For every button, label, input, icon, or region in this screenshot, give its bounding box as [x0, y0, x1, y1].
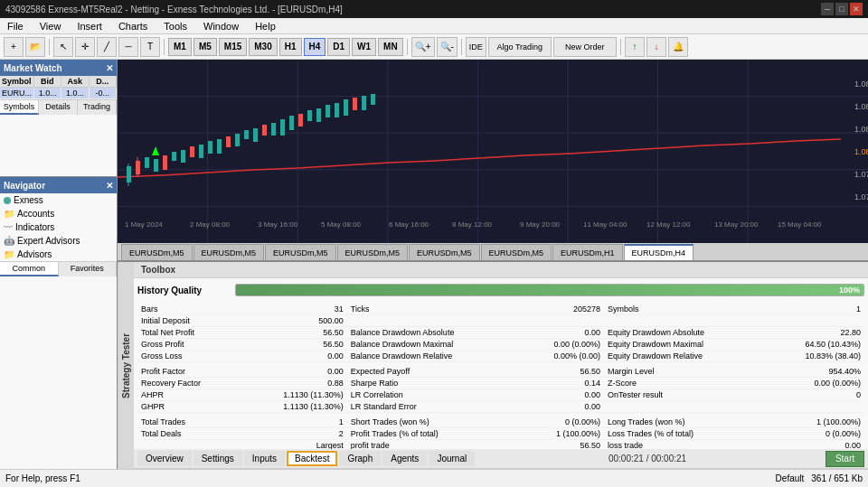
net-profit-label: Total Net Profit [137, 327, 242, 339]
svg-text:1.07760: 1.07760 [854, 192, 868, 201]
notifications-btn[interactable]: 🔔 [668, 37, 688, 57]
crosshair-btn[interactable]: ✛ [75, 37, 95, 57]
period-h1[interactable]: H1 [279, 38, 302, 56]
st-tab-journal[interactable]: Journal [429, 451, 475, 466]
period-m15[interactable]: M15 [219, 38, 247, 56]
ticks-label: Ticks [347, 304, 520, 315]
algo-btn[interactable]: Algo Trading [488, 37, 552, 57]
zoom-out-btn[interactable]: 🔍- [437, 37, 458, 57]
cursor-btn[interactable]: ↖ [53, 37, 73, 57]
period-m1[interactable]: M1 [168, 38, 192, 56]
line-btn[interactable]: ╱ [97, 37, 117, 57]
st-start-button[interactable]: Start [826, 451, 864, 467]
navigator-close[interactable]: ✕ [106, 181, 113, 191]
st-tab-overview[interactable]: Overview [137, 451, 192, 466]
chart-tab-5[interactable]: EURUSDm,M5 [409, 244, 480, 260]
lost-label: Loss Trades (% of total) [604, 428, 767, 440]
nav-item-expert-advisors[interactable]: 🤖 Expert Advisors [0, 234, 117, 248]
strategy-tester-label[interactable]: Strategy Tester [118, 262, 134, 469]
chart-tab-h1[interactable]: EURUSDm,H1 [552, 244, 623, 260]
mw-tab-symbols[interactable]: Symbols [0, 100, 39, 115]
close-button[interactable]: ✕ [850, 3, 863, 15]
nav-item-exness[interactable]: Exness [0, 193, 117, 207]
market-watch-panel: Market Watch ✕ Symbol Bid Ask D... EURU.… [0, 60, 117, 177]
svg-text:15 May 04:00: 15 May 04:00 [778, 220, 822, 229]
svg-rect-36 [271, 123, 276, 136]
svg-rect-27 [190, 146, 194, 157]
nav-tabs: Common Favorites [0, 261, 117, 276]
bars-label: Bars [137, 304, 242, 315]
lost-value: 0 (0.00%) [766, 428, 864, 440]
nav-item-indicators[interactable]: 〰 Indicators [0, 220, 117, 234]
open-btn[interactable]: 📂 [25, 37, 45, 57]
period-m5[interactable]: M5 [193, 38, 217, 56]
rf-value: 0.88 [242, 378, 347, 389]
mw-bid: 1.0... [34, 88, 61, 98]
minimize-button[interactable]: ─ [821, 3, 834, 15]
text-btn[interactable]: T [140, 37, 160, 57]
nav-label-exness: Exness [14, 195, 43, 205]
toolbox-header: Toolbox [134, 262, 868, 278]
nav-tab-common[interactable]: Common [0, 262, 59, 276]
mw-row-eurusd[interactable]: EURU... 1.0... 1.0... -0... [0, 88, 117, 99]
llt-value: 0.00 [766, 440, 864, 450]
maximize-button[interactable]: □ [835, 3, 848, 15]
chart-tab-4[interactable]: EURUSDm,M5 [337, 244, 409, 260]
period-m30[interactable]: M30 [249, 38, 277, 56]
buy-btn[interactable]: ↑ [625, 37, 645, 57]
navigator-title: Navigator ✕ [0, 177, 117, 193]
st-tab-graph[interactable]: Graph [339, 451, 381, 466]
menu-window[interactable]: Window [200, 21, 242, 32]
new-btn[interactable]: + [4, 37, 24, 57]
bottom-content: Strategy Tester Toolbox History Quality [118, 262, 868, 469]
st-tab-backtest[interactable]: Backtest [287, 451, 337, 466]
ed-max-value: 64.50 (10.43%) [766, 339, 864, 351]
sr-value: 0.14 [520, 378, 604, 389]
new-order-btn[interactable]: New Order [553, 37, 617, 57]
svg-rect-32 [235, 134, 240, 146]
nav-tab-favorites[interactable]: Favorites [59, 262, 118, 276]
history-quality-row: History Quality 100% [137, 282, 864, 298]
menu-help[interactable]: Help [251, 21, 279, 32]
deposit-value: 500.00 [242, 315, 347, 327]
menu-file[interactable]: File [4, 21, 27, 32]
market-watch-close[interactable]: ✕ [106, 63, 113, 73]
period-w1[interactable]: W1 [352, 38, 376, 56]
llt-label: loss trade [604, 440, 767, 450]
menu-tools[interactable]: Tools [160, 21, 191, 32]
svg-rect-31 [226, 136, 231, 147]
symbols-value: 1 [766, 304, 864, 315]
menu-view[interactable]: View [36, 21, 65, 32]
chart-tab-3[interactable]: EURUSDm,M5 [265, 244, 336, 260]
menu-insert[interactable]: Insert [73, 21, 106, 32]
chart-tab-h4[interactable]: EURUSDm,H4 [624, 244, 694, 260]
svg-rect-40 [307, 110, 312, 121]
ahpr-label: AHPR [137, 389, 242, 401]
hq-bar: 100% [236, 285, 863, 295]
nav-item-advisors[interactable]: 📁 Advisors [0, 248, 117, 261]
period-mn[interactable]: MN [378, 38, 403, 56]
chart-tab-6[interactable]: EURUSDm,M5 [481, 244, 552, 260]
st-tab-agents[interactable]: Agents [382, 451, 427, 466]
st-tab-settings[interactable]: Settings [193, 451, 242, 466]
chart-tab-2[interactable]: EURUSDm,M5 [193, 244, 265, 260]
st-tab-inputs[interactable]: Inputs [244, 451, 285, 466]
sell-btn[interactable]: ↓ [646, 37, 666, 57]
largest-label: Largest [242, 440, 347, 450]
ed-abs-label: Equity Drawdown Absolute [604, 327, 767, 339]
zoom-in-btn[interactable]: 🔍+ [411, 37, 435, 57]
chart-tab-1[interactable]: EURUSDm,M5 [121, 244, 193, 260]
chart-area[interactable]: EURUSDm, H4: Turn v/t: US Dollar 1.08247… [118, 60, 868, 243]
ide-btn[interactable]: IDE [466, 37, 486, 57]
mw-tab-trading[interactable]: Trading [78, 100, 117, 115]
mw-tab-details[interactable]: Details [39, 100, 78, 115]
menu-charts[interactable]: Charts [115, 21, 151, 32]
sep4 [461, 39, 462, 55]
nav-label-indicators: Indicators [15, 222, 54, 232]
hline-btn[interactable]: ─ [118, 37, 138, 57]
nav-item-accounts[interactable]: 📁 Accounts [0, 207, 117, 220]
net-profit-value: 56.50 [242, 327, 347, 339]
period-h4[interactable]: H4 [304, 38, 326, 56]
period-d1[interactable]: D1 [327, 38, 350, 56]
chart-container: EURUSDm, H4: Turn v/t: US Dollar 1.08247… [118, 60, 868, 469]
